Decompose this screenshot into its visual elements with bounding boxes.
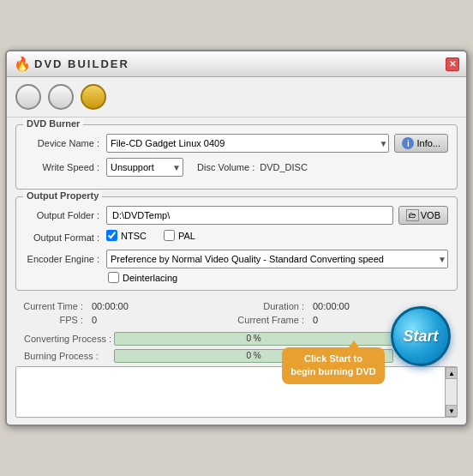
output-format-label: Output Format : (25, 232, 106, 243)
close-button[interactable]: ✕ (446, 57, 459, 71)
write-speed-select[interactable]: Unsupport (106, 158, 183, 177)
toolbar-btn-1[interactable] (15, 84, 41, 110)
ntsc-label: NTSC (121, 231, 147, 241)
vob-label: VOB (421, 210, 440, 220)
burning-process-row: Burning Process : 0 % (15, 349, 458, 363)
scroll-up-arrow[interactable]: ▲ (446, 367, 458, 379)
vob-icon: 🗁 (406, 209, 419, 221)
write-speed-select-wrap: Unsupport ▼ (106, 158, 183, 177)
current-time-value: 00:00:00 (92, 301, 152, 311)
title-bar: 🔥 DVD BUILDER ✕ (7, 51, 466, 77)
output-folder-row: Output Folder : 🗁 VOB (25, 206, 448, 225)
output-folder-input[interactable] (106, 206, 393, 225)
main-window: 🔥 DVD BUILDER ✕ DVD Burner Device Name :… (5, 50, 468, 426)
log-area: ▲ ▼ (15, 366, 458, 418)
pal-option[interactable]: PAL (164, 230, 195, 241)
progress-start-area: Start Click Start to begin burning DVD C… (15, 332, 458, 363)
deinterlacing-checkbox[interactable] (108, 272, 119, 283)
burning-process-label: Burning Process : (15, 351, 114, 361)
toolbar-btn-3[interactable] (81, 84, 106, 110)
encoder-engine-row: Encoder Engine : Preference by Normal Vi… (25, 250, 448, 268)
disc-volume-value: DVD_DISC (260, 162, 308, 172)
toolbar-btn-2[interactable] (48, 84, 74, 110)
pal-label: PAL (178, 231, 195, 241)
fps-item: FPS : 0 (15, 315, 236, 325)
output-property-title: Output Property (23, 190, 102, 201)
dvd-burner-title: DVD Burner (23, 118, 83, 129)
device-name-select[interactable]: File-CD Gadget Linux 0409 (106, 134, 389, 153)
toolbar (7, 77, 466, 117)
current-time-label: Current Time : (15, 301, 88, 311)
output-format-row: Output Format : NTSC PAL (25, 230, 448, 244)
current-frame-value: 0 (313, 315, 373, 325)
deinterlacing-row: Deinterlacing (108, 272, 448, 283)
device-name-select-wrap: File-CD Gadget Linux 0409 ▼ (106, 134, 389, 153)
title-bar-left: 🔥 DVD BUILDER (14, 56, 129, 72)
start-tooltip: Click Start to begin burning DVD (282, 347, 385, 384)
ntsc-checkbox[interactable] (106, 230, 117, 241)
scrollbar[interactable]: ▲ ▼ (445, 367, 457, 417)
disc-volume-label: Disc Volume : (197, 162, 254, 172)
flame-icon: 🔥 (14, 56, 31, 72)
format-checkboxes: NTSC PAL (106, 230, 195, 241)
write-speed-label: Write Speed : (25, 162, 106, 172)
output-folder-label: Output Folder : (25, 210, 106, 220)
device-name-row: Device Name : File-CD Gadget Linux 0409 … (25, 134, 448, 153)
ntsc-option[interactable]: NTSC (106, 230, 147, 241)
device-name-label: Device Name : (25, 138, 106, 148)
encoder-select-wrap: Preference by Normal Video Quality - Sta… (106, 250, 448, 268)
pal-checkbox[interactable] (164, 230, 175, 241)
current-frame-label: Current Frame : (236, 315, 309, 325)
vob-button[interactable]: 🗁 VOB (398, 206, 448, 225)
write-speed-row: Write Speed : Unsupport ▼ Disc Volume : … (25, 158, 448, 177)
current-time-item: Current Time : 00:00:00 (15, 301, 236, 311)
encoder-engine-label: Encoder Engine : (25, 254, 106, 264)
fps-label: FPS : (15, 315, 88, 325)
start-button[interactable]: Start (391, 306, 451, 366)
deinterlacing-label: Deinterlacing (123, 273, 177, 283)
stats-row-1: Current Time : 00:00:00 Duration : 00:00… (15, 301, 458, 311)
fps-value: 0 (92, 315, 152, 325)
duration-label: Duration : (236, 301, 309, 311)
info-label: Info... (416, 138, 440, 148)
encoder-engine-select[interactable]: Preference by Normal Video Quality - Sta… (106, 250, 448, 268)
duration-value: 00:00:00 (313, 301, 373, 311)
converting-process-label: Converting Process : (15, 334, 114, 344)
info-icon: i (402, 137, 414, 149)
scroll-thumb (446, 379, 457, 405)
scroll-down-arrow[interactable]: ▼ (446, 405, 458, 417)
output-property-group: Output Property Output Folder : 🗁 VOB Ou… (15, 196, 458, 291)
content-area: DVD Burner Device Name : File-CD Gadget … (7, 117, 466, 425)
window-title: DVD BUILDER (34, 57, 129, 70)
dvd-burner-group: DVD Burner Device Name : File-CD Gadget … (15, 124, 458, 190)
info-button[interactable]: i Info... (394, 134, 448, 153)
stats-row-2: FPS : 0 Current Frame : 0 (15, 315, 458, 325)
